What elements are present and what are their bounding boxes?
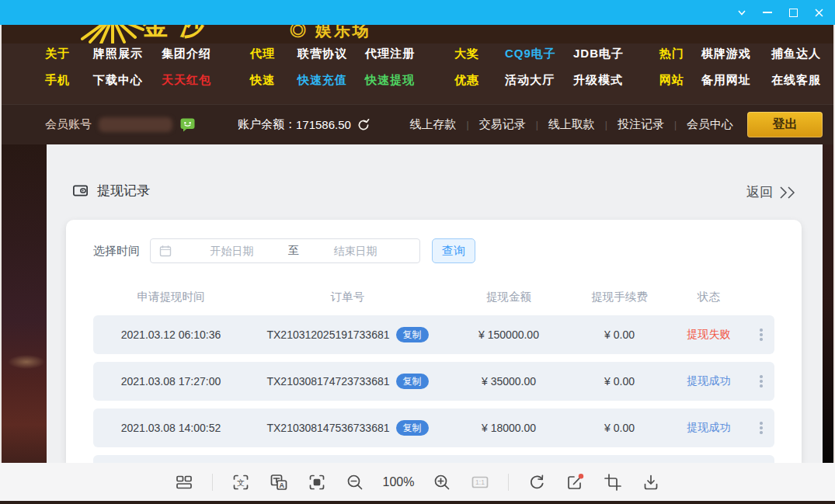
- logout-button[interactable]: 登出: [747, 112, 823, 137]
- nav-quick[interactable]: 快速: [250, 73, 275, 88]
- zoom-level-label: 100%: [383, 475, 415, 489]
- nav-fishing[interactable]: 捕鱼达人: [771, 47, 821, 61]
- calendar-icon[interactable]: [158, 244, 172, 258]
- query-button[interactable]: 查询: [432, 238, 475, 263]
- nav-hot[interactable]: 热门: [659, 47, 684, 61]
- table-row-partial: [93, 455, 774, 463]
- titlebar: [0, 0, 835, 25]
- account-links: 线上存款| 交易记录| 线上取款| 投注记录| 会员中心: [410, 117, 734, 132]
- date-range-input[interactable]: 至: [150, 238, 420, 263]
- main-content: 提现记录 返回 选择时间 至: [0, 144, 835, 463]
- cell-amount: ¥ 35000.00: [447, 375, 571, 388]
- cell-order: TX210308174723733681: [266, 375, 389, 388]
- crop-icon[interactable]: [603, 472, 623, 492]
- link-bet-records[interactable]: 投注记录: [618, 117, 664, 132]
- account-bar: 会员账号 账户余额： 171586.50 线上存款| 交易记录| 线上: [0, 104, 835, 144]
- table-row: 2021.03.12 06:10:36 TX210312025191733681…: [93, 315, 774, 354]
- header-amount: 提现金额: [447, 290, 571, 304]
- layout-grid-icon[interactable]: [174, 472, 194, 492]
- withdraw-records-card: 选择时间 至 查询 申请提现时间 订单号 提现金额: [66, 220, 802, 463]
- fit-screen-icon[interactable]: [307, 472, 327, 492]
- copy-button[interactable]: 复制: [396, 420, 429, 436]
- cell-order: TX210312025191733681: [266, 328, 389, 341]
- ocr-select-icon[interactable]: 文: [231, 472, 251, 492]
- nav-joint-agreement[interactable]: 联营协议: [297, 47, 347, 61]
- logo-suffix-text: ◎ 娱乐场: [290, 25, 371, 41]
- nav-online-service[interactable]: 在线客服: [771, 73, 821, 88]
- nav-cq9[interactable]: CQ9电子: [505, 47, 556, 61]
- nav-download-center[interactable]: 下载中心: [93, 73, 143, 88]
- nav-agent-register[interactable]: 代理注册: [365, 47, 415, 61]
- row-menu-kebab-icon[interactable]: [750, 325, 773, 345]
- double-chevron-right-icon: [778, 186, 798, 200]
- row-menu-kebab-icon[interactable]: [750, 419, 773, 438]
- viewer-toolbar: 文 A 100%: [0, 463, 835, 501]
- minimize-button[interactable]: [762, 7, 773, 18]
- nav-quick-deposit[interactable]: 快速充值: [297, 73, 347, 88]
- end-date-input[interactable]: [299, 245, 412, 257]
- back-link[interactable]: 返回: [746, 183, 798, 201]
- chevron-down-icon[interactable]: [736, 7, 747, 18]
- cell-amount: ¥ 150000.00: [447, 328, 571, 341]
- range-separator: 至: [288, 244, 299, 258]
- nav-activity-hall[interactable]: 活动大厅: [505, 73, 555, 88]
- cell-order: TX210308147536733681: [266, 422, 389, 434]
- edit-icon[interactable]: [565, 472, 585, 492]
- member-account-value-redacted: [99, 117, 172, 132]
- sun-logo-icon: [78, 25, 148, 43]
- refresh-balance-icon[interactable]: [357, 118, 371, 132]
- maximize-button[interactable]: [788, 7, 798, 18]
- header-apply-time: 申请提现时间: [93, 290, 249, 304]
- copy-button[interactable]: 复制: [396, 327, 429, 342]
- zoom-out-icon[interactable]: [345, 472, 365, 492]
- link-transaction-log[interactable]: 交易记录: [479, 117, 526, 132]
- nav-website[interactable]: 网站: [659, 73, 684, 88]
- filter-label: 选择时间: [93, 244, 140, 259]
- nav-group-intro[interactable]: 集团介绍: [162, 47, 211, 61]
- nav-promo[interactable]: 优惠: [454, 73, 479, 88]
- table-header-row: 申请提现时间 订单号 提现金额 提现手续费 状态: [93, 285, 774, 308]
- wallet-icon: [71, 182, 89, 200]
- status-badge: 提现成功: [668, 374, 750, 388]
- nav-red-packet[interactable]: 天天红包: [162, 73, 211, 88]
- start-date-input[interactable]: [176, 245, 288, 257]
- download-icon[interactable]: [641, 472, 661, 492]
- link-online-withdraw[interactable]: 线上取款: [548, 117, 595, 132]
- logo: 金沙 ◎ 娱乐场: [0, 25, 835, 43]
- window-bottom-edge: [0, 501, 835, 504]
- header-order-no: 订单号: [249, 290, 447, 304]
- cell-time: 2021.03.08 17:27:00: [93, 375, 249, 388]
- nav-quick-withdraw[interactable]: 快速提现: [365, 73, 415, 88]
- nav-backup-url[interactable]: 备用网址: [701, 73, 751, 88]
- cell-time: 2021.03.08 14:00:52: [93, 422, 249, 434]
- link-member-center[interactable]: 会员中心: [687, 117, 733, 132]
- site-header: 金沙 ◎ 娱乐场 关于 牌照展示 集团介绍 代理 联营协议 代理注册 大奖 CQ…: [0, 25, 835, 144]
- nav-mobile[interactable]: 手机: [45, 73, 70, 88]
- rotate-icon[interactable]: [527, 472, 547, 492]
- svg-text:1:1: 1:1: [476, 478, 485, 486]
- nav-jdb[interactable]: JDB电子: [573, 47, 624, 61]
- background-image-right: [823, 144, 833, 463]
- nav-jackpot[interactable]: 大奖: [454, 47, 479, 61]
- row-menu-kebab-icon[interactable]: [750, 372, 773, 391]
- translate-icon[interactable]: A: [269, 472, 289, 492]
- link-online-deposit[interactable]: 线上存款: [410, 117, 457, 132]
- logo-brand-text: 金沙: [142, 25, 217, 43]
- nav-chess-games[interactable]: 棋牌游戏: [701, 47, 751, 61]
- member-account-label: 会员账号: [45, 117, 92, 132]
- nav-about[interactable]: 关于: [45, 47, 70, 61]
- copy-button[interactable]: 复制: [396, 374, 429, 389]
- cell-fee: ¥ 0.00: [571, 375, 668, 388]
- cell-time: 2021.03.12 06:10:36: [93, 328, 249, 341]
- cell-fee: ¥ 0.00: [571, 328, 668, 341]
- actual-size-icon[interactable]: 1:1: [470, 472, 490, 492]
- nav-license[interactable]: 牌照展示: [93, 47, 143, 61]
- nav-upgrade-mode[interactable]: 升级模式: [573, 73, 623, 88]
- close-button[interactable]: [813, 7, 824, 18]
- nav-row-1: 关于 牌照展示 集团介绍 代理 联营协议 代理注册 大奖 CQ9电子 JDB电子…: [0, 47, 835, 64]
- nav-agent[interactable]: 代理: [250, 47, 275, 61]
- chat-icon[interactable]: [179, 117, 196, 133]
- balance-value: 171586.50: [296, 118, 351, 131]
- page-title: 提现记录: [97, 182, 150, 200]
- zoom-in-icon[interactable]: [432, 472, 452, 492]
